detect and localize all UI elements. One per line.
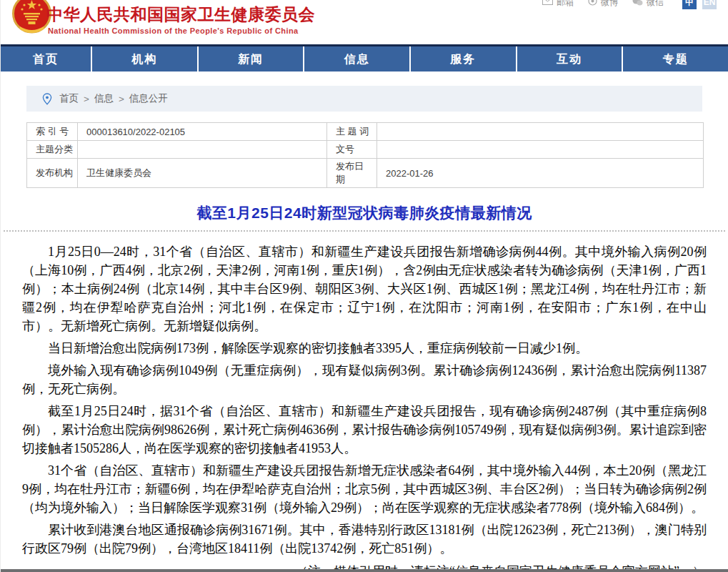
meta-value-index-number: 000013610/2022-02105: [78, 123, 327, 141]
nav-item-news[interactable]: 新闻: [197, 46, 304, 72]
breadcrumb: 首页 > 信息 > 信息公开: [26, 86, 702, 112]
nav-item-service[interactable]: 服务: [409, 46, 516, 72]
meta-label-publish-date: 发布日期: [327, 159, 377, 188]
wechat-link[interactable]: 微信: [632, 0, 664, 9]
mail-link[interactable]: 邮箱: [542, 0, 574, 9]
nav-item-info[interactable]: 信息: [303, 46, 409, 72]
article-paragraph: 境外输入现有确诊病例1049例（无重症病例），现有疑似病例3例。累计确诊病例12…: [22, 361, 707, 398]
lang-en-button[interactable]: EN: [702, 0, 717, 9]
main-nav: 首页 机构 新闻 信息 服务 互动 专题: [1, 44, 728, 72]
meta-value-issuing-agency: 卫生健康委员会: [78, 159, 327, 188]
breadcrumb-separator: >: [84, 94, 89, 104]
meta-label-topic-category: 主题分类: [27, 141, 78, 159]
article-body: 1月25日0—24时，31个省（自治区、直辖市）和新疆生产建设兵团报告新增确诊病…: [22, 242, 707, 558]
footer-top-edge: [1, 569, 728, 572]
mail-label: 邮箱: [557, 0, 574, 9]
page: 中华人民共和国国家卫生健康委员会 National Health Commiss…: [0, 0, 728, 572]
meta-value-topic-category: [78, 141, 327, 159]
article-paragraph: 截至1月25日24时，据31个省（自治区、直辖市）和新疆生产建设兵团报告，现有确…: [22, 402, 707, 458]
article-paragraph: 31个省（自治区、直辖市）和新疆生产建设兵团报告新增无症状感染者64例，其中境外…: [22, 461, 707, 517]
article-paragraph: 1月25日0—24时，31个省（自治区、直辖市）和新疆生产建设兵团报告新增确诊病…: [22, 242, 707, 335]
meta-label-subject-words: 主 题 词: [327, 123, 377, 141]
wechat-label: 微信: [647, 0, 664, 9]
table-row: 发布机构 卫生健康委员会 发布日期 2022-01-26: [27, 159, 704, 188]
site-header: 中华人民共和国国家卫生健康委员会 National Health Commiss…: [1, 0, 728, 44]
nav-item-topics[interactable]: 专题: [622, 46, 728, 72]
nav-item-interact[interactable]: 互动: [516, 46, 622, 72]
table-row: 主题分类 文号: [27, 141, 704, 159]
site-title: 中华人民共和国国家卫生健康委员会: [46, 4, 315, 26]
weibo-icon: [588, 0, 597, 8]
breadcrumb-info-disclosure[interactable]: 信息公开: [129, 92, 168, 105]
mail-icon: [542, 0, 553, 7]
dotted-divider: [4, 230, 725, 232]
meta-label-issuing-agency: 发布机构: [27, 159, 78, 188]
location-pin-icon: [42, 93, 52, 105]
breadcrumb-home[interactable]: 首页: [59, 92, 79, 105]
page-title: 截至1月25日24时新型冠状病毒肺炎疫情最新情况: [1, 203, 728, 223]
table-row: 索 引 号 000013610/2022-02105 主 题 词: [27, 123, 704, 141]
wechat-icon: [632, 0, 643, 8]
article-paragraph: 累计收到港澳台地区通报确诊病例31671例。其中，香港特别行政区13181例（出…: [22, 521, 707, 558]
breadcrumb-separator: >: [119, 94, 124, 104]
article-paragraph: 当日新增治愈出院病例173例，解除医学观察的密切接触者3395人，重症病例较前一…: [22, 339, 707, 358]
meta-label-doc-number: 文号: [327, 141, 377, 159]
weibo-label: 微博: [601, 0, 618, 9]
site-logo-link[interactable]: 中华人民共和国国家卫生健康委员会 National Health Commiss…: [11, 0, 354, 44]
site-subtitle: National Health Commission of the People…: [48, 26, 299, 35]
meta-value-subject-words: [377, 123, 704, 141]
lang-zh-button[interactable]: 中: [682, 0, 697, 9]
document-meta-table: 索 引 号 000013610/2022-02105 主 题 词 主题分类 文号…: [26, 122, 704, 188]
top-utilities: 邮箱 微博 微信 中 EN: [542, 0, 717, 10]
meta-value-doc-number: [377, 141, 704, 159]
nav-item-org[interactable]: 机构: [91, 46, 197, 72]
meta-value-publish-date: 2022-01-26: [377, 159, 704, 188]
nav-item-home[interactable]: 首页: [1, 46, 91, 72]
meta-label-index-number: 索 引 号: [27, 123, 78, 141]
weibo-link[interactable]: 微博: [588, 0, 618, 9]
breadcrumb-info[interactable]: 信息: [94, 92, 114, 105]
